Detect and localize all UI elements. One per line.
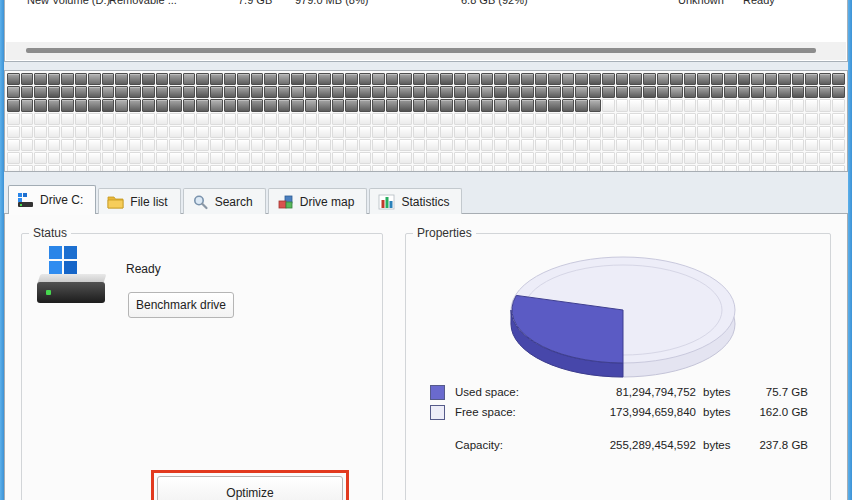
map-block-used xyxy=(589,86,602,98)
map-block-free xyxy=(278,165,291,172)
map-block-free xyxy=(738,165,751,172)
map-block-used xyxy=(819,86,832,98)
map-block-used xyxy=(318,99,331,111)
map-block-used xyxy=(115,73,128,85)
map-block-used xyxy=(805,86,818,98)
map-block-free xyxy=(832,99,845,111)
benchmark-drive-button[interactable]: Benchmark drive xyxy=(128,292,234,318)
map-block-free xyxy=(602,99,615,111)
map-block-used xyxy=(318,86,331,98)
map-block-free xyxy=(7,126,20,138)
map-block-used xyxy=(575,73,588,85)
map-block-free xyxy=(224,139,237,151)
drive-list-panel: New Volume (D:) Removable ... 7.9 GB 979… xyxy=(4,0,848,62)
tab-label: Drive map xyxy=(300,195,355,209)
map-block-free xyxy=(657,126,670,138)
map-block-free xyxy=(237,113,250,125)
map-block-free xyxy=(467,113,480,125)
map-block-used xyxy=(102,99,115,111)
map-block-used xyxy=(115,99,128,111)
map-block-free xyxy=(75,139,88,151)
map-block-free xyxy=(440,165,453,172)
map-block-free xyxy=(413,165,426,172)
drive-map-panel[interactable] xyxy=(4,70,848,172)
map-block-free xyxy=(278,139,291,151)
tab-file-list[interactable]: File list xyxy=(98,188,180,214)
map-block-free xyxy=(711,113,724,125)
map-block-used xyxy=(34,86,47,98)
status-groupbox: Status Ready Benchmark drive Optimize xyxy=(21,233,383,500)
map-block-free xyxy=(697,152,710,164)
map-block-free xyxy=(102,152,115,164)
legend-swatch xyxy=(430,385,445,400)
horizontal-scrollbar[interactable] xyxy=(6,42,846,60)
map-block-used xyxy=(142,86,155,98)
optimize-highlight-box: Optimize xyxy=(151,470,349,500)
map-block-free xyxy=(697,113,710,125)
map-block-used xyxy=(129,73,142,85)
map-block-free xyxy=(21,113,34,125)
map-block-free xyxy=(494,139,507,151)
map-block-free xyxy=(169,126,182,138)
map-block-free xyxy=(832,165,845,172)
map-block-used xyxy=(129,86,142,98)
map-block-used xyxy=(345,99,358,111)
map-block-free xyxy=(426,113,439,125)
map-block-free xyxy=(616,113,629,125)
map-block-used xyxy=(467,86,480,98)
map-block-used xyxy=(61,86,74,98)
map-block-used xyxy=(21,99,34,111)
map-block-used xyxy=(48,73,61,85)
map-block-used xyxy=(345,73,358,85)
map-block-free xyxy=(115,165,128,172)
map-block-free xyxy=(345,113,358,125)
map-block-used xyxy=(508,86,521,98)
map-block-free xyxy=(454,165,467,172)
map-block-free xyxy=(589,152,602,164)
tab-search[interactable]: Search xyxy=(183,188,266,214)
map-block-free xyxy=(359,152,372,164)
map-block-used xyxy=(440,73,453,85)
tab-drive-map[interactable]: Drive map xyxy=(268,188,368,214)
map-block-free xyxy=(251,113,264,125)
drive-list-row[interactable]: New Volume (D:) Removable ... 7.9 GB 979… xyxy=(5,0,847,9)
map-block-used xyxy=(832,73,845,85)
map-block-free xyxy=(318,126,331,138)
map-block-free xyxy=(454,152,467,164)
drive-type: Removable ... xyxy=(109,0,177,7)
map-block-free xyxy=(291,126,304,138)
map-block-free xyxy=(75,165,88,172)
map-block-free xyxy=(657,165,670,172)
map-block-used xyxy=(142,99,155,111)
map-block-free xyxy=(318,165,331,172)
map-block-free xyxy=(562,152,575,164)
map-block-free xyxy=(183,152,196,164)
tab-label: Drive C: xyxy=(40,193,83,207)
map-block-free xyxy=(819,113,832,125)
map-block-free xyxy=(589,139,602,151)
map-block-free xyxy=(196,139,209,151)
map-block-free xyxy=(102,126,115,138)
map-block-free xyxy=(251,139,264,151)
tab-statistics[interactable]: Statistics xyxy=(369,188,462,214)
map-block-used xyxy=(616,86,629,98)
map-block-free xyxy=(426,126,439,138)
legend-unit: bytes xyxy=(696,439,740,451)
map-block-free xyxy=(629,113,642,125)
map-block-free xyxy=(237,139,250,151)
tab-drive-c[interactable]: Drive C: xyxy=(8,185,96,214)
map-block-used xyxy=(562,73,575,85)
scrollbar-thumb[interactable] xyxy=(26,48,816,53)
map-block-free xyxy=(305,152,318,164)
optimize-button[interactable]: Optimize xyxy=(157,476,343,500)
map-block-free xyxy=(805,152,818,164)
map-block-free xyxy=(413,152,426,164)
map-block-used xyxy=(210,99,223,111)
map-block-free xyxy=(508,165,521,172)
tab-label: File list xyxy=(130,195,167,209)
map-block-free xyxy=(88,165,101,172)
map-block-free xyxy=(386,113,399,125)
map-block-free xyxy=(88,139,101,151)
drive-size: 7.9 GB xyxy=(238,0,272,7)
map-block-free xyxy=(278,113,291,125)
